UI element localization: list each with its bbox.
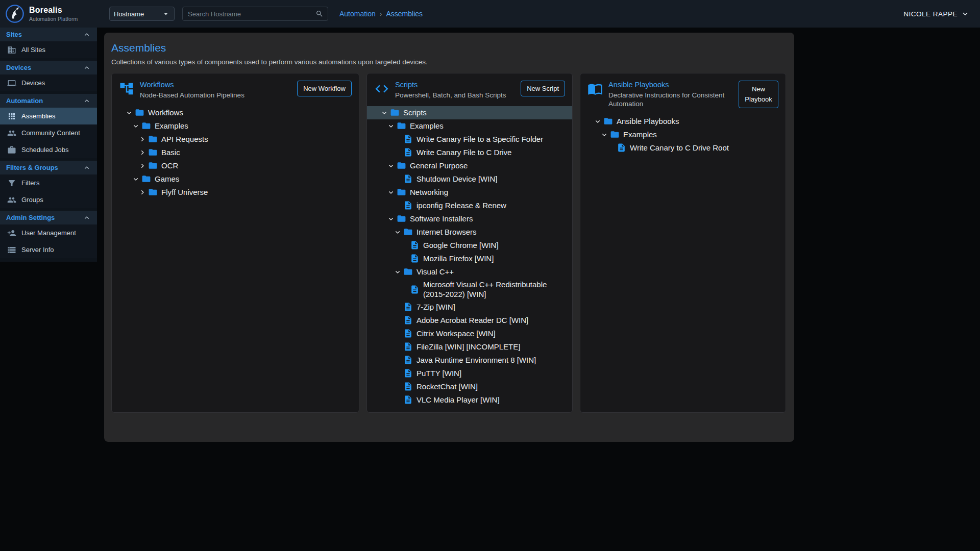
top-bar: Borealis Automation Platform Hostname Au… [0, 0, 980, 28]
sidebar-section-header-automation[interactable]: Automation [0, 94, 97, 108]
sidebar-item-filters[interactable]: Filters [0, 174, 97, 191]
folder-icon [397, 214, 406, 223]
file-icon [403, 302, 413, 312]
chevron-right-icon [138, 162, 146, 170]
tree-file-rocketchat-win[interactable]: RocketChat [WIN] [367, 380, 572, 393]
sidebar-item-assemblies[interactable]: Assemblies [0, 108, 97, 124]
tree-file-write-canary-file-to-c-drive[interactable]: Write Canary File to C Drive [367, 146, 572, 159]
sidebar-item-label: All Sites [21, 46, 45, 54]
tree-folder-ocr[interactable]: OCR [112, 159, 359, 172]
tree-file-citrix-workspace-win[interactable]: Citrix Workspace [WIN] [367, 327, 572, 340]
sidebar-item-devices[interactable]: Devices [0, 74, 97, 91]
sidebar-item-user-management[interactable]: User Management [0, 224, 97, 241]
tree-item-label: Examples [623, 129, 657, 141]
tree-item-label: Ansible Playbooks [617, 115, 679, 128]
brand-subtitle: Automation Platform [29, 16, 78, 22]
sidebar-item-all-sites[interactable]: All Sites [0, 41, 97, 58]
tree-file-java-runtime-environment-8-win[interactable]: Java Runtime Environment 8 [WIN] [367, 354, 572, 367]
tree-folder-general-purpose[interactable]: General Purpose [367, 159, 572, 172]
indent-spacer [394, 330, 402, 338]
sidebar-section-header-admin-settings[interactable]: Admin Settings [0, 211, 97, 224]
scripts-card-header: ScriptsPowershell, Batch, and Bash Scrip… [367, 80, 572, 100]
file-icon [403, 355, 413, 365]
search-box[interactable] [182, 7, 328, 21]
sidebar-section-automation: AutomationAssembliesCommunity ContentSch… [0, 94, 97, 158]
tree-folder-examples[interactable]: Examples [580, 128, 786, 141]
tree-file-write-canary-file-to-a-specific-folder[interactable]: Write Canary File to a Specific Folder [367, 133, 572, 146]
sidebar-item-community-content[interactable]: Community Content [0, 124, 97, 141]
tree-folder-flyff-universe[interactable]: Flyff Universe [112, 186, 359, 199]
tree-item-label: Write Canary File to C Drive [416, 146, 511, 159]
sidebar-item-label: Community Content [21, 129, 80, 137]
tree-folder-scripts[interactable]: Scripts [367, 106, 572, 119]
user-menu[interactable]: NICOLE RAPPE [903, 9, 970, 18]
indent-spacer [607, 144, 615, 152]
tree-folder-networking[interactable]: Networking [367, 186, 572, 199]
file-icon [410, 254, 420, 263]
indent-spacer [394, 202, 402, 210]
sidebar-item-server-info[interactable]: Server Info [0, 241, 97, 258]
hostname-dropdown[interactable]: Hostname [109, 7, 175, 21]
folder-icon [148, 161, 158, 170]
playbooks-card-title: Ansible Playbooks [608, 81, 733, 89]
tree-file-mozilla-firefox-win[interactable]: Mozilla Firefox [WIN] [367, 252, 572, 265]
sidebar-item-label: Scheduled Jobs [21, 146, 69, 154]
scripts-card-titles: ScriptsPowershell, Batch, and Bash Scrip… [395, 81, 515, 100]
sidebar-section-header-filters-groups[interactable]: Filters & Groups [0, 161, 97, 174]
sidebar-section-header-devices[interactable]: Devices [0, 61, 97, 74]
new-workflow-button[interactable]: New Workflow [297, 81, 352, 96]
tree-item-label: Citrix Workspace [WIN] [416, 328, 496, 340]
book-icon [587, 81, 603, 96]
new-playbook-button[interactable]: New Playbook [739, 81, 778, 108]
tree-file-shutdown-device-win[interactable]: Shutdown Device [WIN] [367, 172, 572, 186]
breadcrumb-link-automation[interactable]: Automation [339, 10, 376, 18]
tree-item-label: Microsoft Visual C++ Redistributable (20… [423, 279, 565, 300]
tree-item-label: Google Chrome [WIN] [423, 239, 499, 252]
sidebar-item-groups[interactable]: Groups [0, 191, 97, 208]
tree-folder-software-installers[interactable]: Software Installers [367, 212, 572, 226]
tree-item-label: Examples [410, 120, 444, 132]
tree-folder-examples[interactable]: Examples [367, 119, 572, 133]
brand: Borealis Automation Platform [0, 4, 97, 23]
folder-icon [390, 108, 400, 117]
tree-folder-basic[interactable]: Basic [112, 146, 359, 159]
tree-file-7-zip-win[interactable]: 7-Zip [WIN] [367, 300, 572, 314]
file-icon [403, 368, 413, 378]
sidebar-item-label: Server Info [21, 246, 54, 254]
tree-folder-games[interactable]: Games [112, 172, 359, 186]
tree-file-microsoft-visual-c-redistributable-2015-2022-win[interactable]: Microsoft Visual C++ Redistributable (20… [367, 279, 572, 300]
tree-file-putty-win[interactable]: PuTTY [WIN] [367, 367, 572, 380]
tree-file-google-chrome-win[interactable]: Google Chrome [WIN] [367, 239, 572, 252]
tree-folder-visual-c[interactable]: Visual C++ [367, 265, 572, 279]
cards-row: WorkflowsNode-Based Automation Pipelines… [111, 73, 787, 413]
workflows-card: WorkflowsNode-Based Automation Pipelines… [111, 73, 359, 413]
tree-folder-workflows[interactable]: Workflows [112, 106, 359, 119]
sidebar-section-filters-groups: Filters & GroupsFiltersGroups [0, 161, 97, 208]
tree-item-label: Write Canary to C Drive Root [630, 142, 729, 154]
tree-file-ipconfig-release-renew[interactable]: ipconfig Release & Renew [367, 199, 572, 212]
tree-folder-internet-browsers[interactable]: Internet Browsers [367, 226, 572, 239]
tree-folder-api-requests[interactable]: API Requests [112, 133, 359, 146]
scripts-card: ScriptsPowershell, Batch, and Bash Scrip… [366, 73, 573, 413]
tree-item-label: ipconfig Release & Renew [416, 199, 506, 212]
file-icon [403, 315, 413, 325]
indent-spacer [394, 396, 402, 404]
tree-folder-examples[interactable]: Examples [112, 119, 359, 133]
tree-file-write-canary-to-c-drive-root[interactable]: Write Canary to C Drive Root [580, 141, 786, 155]
sidebar-item-scheduled-jobs[interactable]: Scheduled Jobs [0, 141, 97, 158]
tree-file-filezilla-win-incomplete[interactable]: FileZilla [WIN] [INCOMPLETE] [367, 340, 572, 354]
folder-icon [148, 147, 158, 157]
tree-file-adobe-acrobat-reader-dc-win[interactable]: Adobe Acrobat Reader DC [WIN] [367, 314, 572, 327]
tree-item-label: API Requests [161, 133, 208, 145]
folder-icon [148, 134, 158, 144]
breadcrumb-current-assemblies[interactable]: Assemblies [386, 10, 423, 18]
tree-file-vlc-media-player-win[interactable]: VLC Media Player [WIN] [367, 393, 572, 407]
new-script-button[interactable]: New Script [521, 81, 565, 96]
tree-folder-ansible-playbooks[interactable]: Ansible Playbooks [580, 115, 786, 128]
sidebar-section-header-sites[interactable]: Sites [0, 28, 97, 41]
folder-icon [397, 161, 406, 170]
tree-item-label: OCR [161, 160, 178, 172]
sidebar-item-label: Filters [21, 179, 39, 187]
search-input[interactable] [187, 10, 315, 18]
file-icon [410, 285, 420, 294]
